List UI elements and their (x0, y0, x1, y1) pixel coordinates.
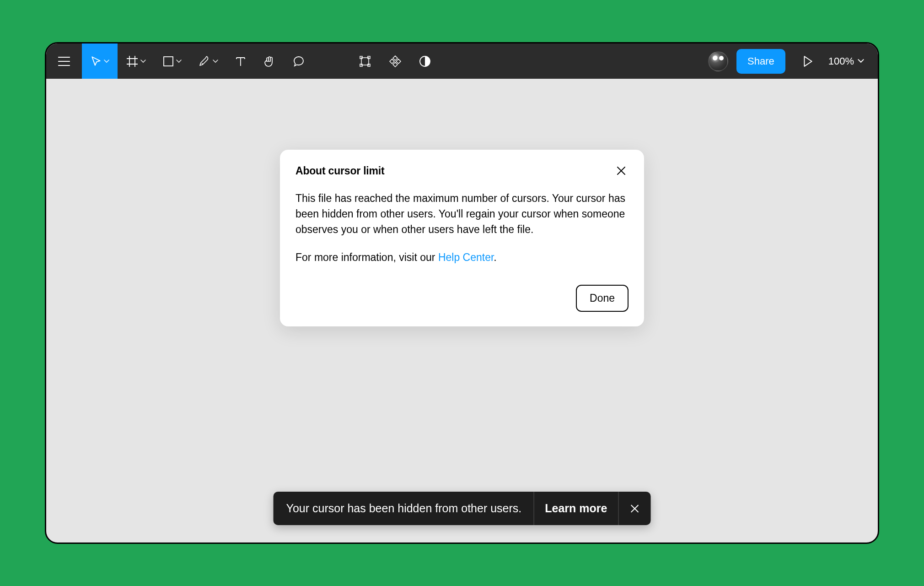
present-button[interactable] (792, 55, 824, 67)
chevron-down-icon (176, 60, 182, 63)
cursor-icon (90, 55, 102, 67)
toast-notification: Your cursor has been hidden from other u… (274, 492, 651, 525)
menu-icon (58, 57, 70, 66)
play-icon (803, 55, 813, 67)
pen-icon (198, 55, 211, 68)
components-button[interactable] (380, 43, 410, 79)
frame-icon (126, 55, 139, 68)
modal-close-button[interactable] (614, 163, 629, 178)
hand-tool-button[interactable] (255, 43, 284, 79)
toast-learn-more-button[interactable]: Learn more (533, 492, 618, 525)
chevron-down-icon (104, 60, 109, 63)
components-icon (388, 54, 402, 68)
modal-title: About cursor limit (295, 165, 384, 177)
modal-paragraph-2: For more information, visit our Help Cen… (295, 250, 629, 266)
comment-tool-button[interactable] (284, 43, 313, 79)
shape-tool-button[interactable] (154, 43, 190, 79)
zoom-value: 100% (828, 55, 854, 67)
app-window: Share 100% About cursor limit (45, 42, 879, 544)
modal-paragraph-1: This file has reached the maximum number… (295, 191, 629, 237)
move-tool-button[interactable] (82, 43, 118, 79)
done-button[interactable]: Done (576, 285, 629, 312)
cursor-limit-modal: About cursor limit This file has reached… (280, 150, 644, 326)
user-avatar[interactable] (708, 51, 728, 71)
pen-tool-button[interactable] (190, 43, 226, 79)
frame-tool-button[interactable] (118, 43, 154, 79)
toast-message: Your cursor has been hidden from other u… (274, 492, 534, 525)
mask-tool-button[interactable] (410, 43, 440, 79)
toast-close-button[interactable] (618, 492, 650, 525)
canvas[interactable]: About cursor limit This file has reached… (46, 79, 878, 543)
comment-icon (292, 55, 305, 68)
toolbar: Share 100% (46, 43, 878, 79)
modal-body: This file has reached the maximum number… (295, 191, 629, 266)
chevron-down-icon (140, 60, 146, 63)
zoom-control[interactable]: 100% (824, 55, 878, 67)
main-menu-button[interactable] (46, 43, 82, 79)
chevron-down-icon (213, 60, 218, 63)
help-center-link[interactable]: Help Center (438, 251, 494, 263)
rectangle-icon (162, 55, 174, 67)
bounding-box-icon (358, 54, 372, 68)
share-button[interactable]: Share (736, 49, 785, 74)
mask-icon (419, 55, 431, 68)
close-icon (616, 165, 627, 176)
hand-icon (263, 55, 276, 68)
close-icon (629, 504, 639, 514)
resize-tool-button[interactable] (350, 43, 380, 79)
text-tool-button[interactable] (226, 43, 255, 79)
chevron-down-icon (858, 59, 864, 63)
text-icon (235, 55, 247, 67)
svg-rect-0 (164, 57, 173, 66)
